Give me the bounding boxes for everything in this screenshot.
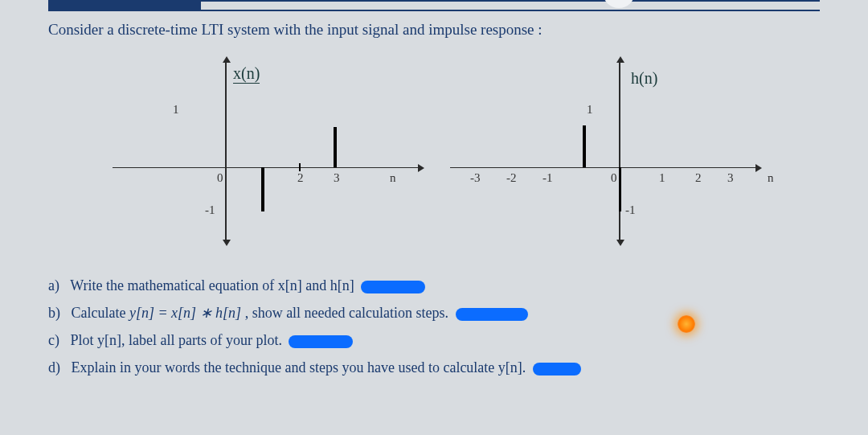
x-tick-1: 1 bbox=[659, 171, 665, 185]
redaction-mark bbox=[361, 281, 425, 293]
x-tick-2: 2 bbox=[695, 171, 702, 185]
q-prefix: d) bbox=[48, 359, 60, 375]
redaction-mark bbox=[456, 308, 528, 321]
graph-h: h(n) 1 -1 -3 -2 -1 0 1 2 3 n bbox=[450, 63, 755, 240]
q-prefix: c) bbox=[48, 332, 59, 348]
q-text: Write the mathematical equation of x[n] … bbox=[70, 277, 354, 293]
x-axis bbox=[450, 167, 755, 168]
x-axis bbox=[113, 167, 418, 168]
stem-hminus1 bbox=[583, 125, 586, 167]
question-d: d) Explain in your words the technique a… bbox=[48, 354, 820, 381]
q-text: Plot y[n], label all parts of your plot. bbox=[70, 332, 281, 348]
header-rule bbox=[48, 0, 820, 11]
y-tick-1: 1 bbox=[173, 103, 179, 117]
x-tick-0: 0 bbox=[217, 171, 223, 185]
x-tick-m3: -3 bbox=[470, 171, 481, 185]
header-tab-blob bbox=[48, 0, 201, 11]
x-tick-2: 2 bbox=[297, 171, 304, 185]
question-list: a) Write the mathematical equation of x[… bbox=[48, 272, 820, 381]
x-tick-m1: -1 bbox=[542, 171, 553, 185]
problem-prompt: Consider a discrete-time LTI system with… bbox=[48, 21, 820, 39]
y-axis bbox=[225, 63, 227, 240]
question-c: c) Plot y[n], label all parts of your pl… bbox=[48, 326, 820, 354]
q-eq: y[n] = x[n] ∗ h[n] bbox=[129, 305, 241, 321]
x-tick-3: 3 bbox=[334, 171, 340, 185]
q-prefix: b) bbox=[48, 305, 60, 321]
stem-h0 bbox=[619, 167, 621, 211]
graph-x: x(n) 1 -1 0 2 3 n bbox=[113, 63, 418, 240]
y-tick-neg1: -1 bbox=[205, 203, 215, 217]
graph-area: x(n) 1 -1 0 2 3 n h(n) 1 -1 -3 -2 -1 0 1… bbox=[48, 55, 820, 264]
question-a: a) Write the mathematical equation of x[… bbox=[48, 272, 820, 299]
redaction-mark bbox=[289, 335, 353, 348]
y-axis bbox=[619, 63, 620, 240]
stem-x1 bbox=[261, 167, 264, 211]
x-tick-0: 0 bbox=[611, 171, 617, 185]
x-tick-3: 3 bbox=[727, 171, 734, 185]
question-b: b) Calculate y[n] = x[n] ∗ h[n] , show a… bbox=[48, 299, 820, 326]
q-text: Explain in your words the technique and … bbox=[72, 359, 526, 375]
x-tick-n: n bbox=[390, 171, 396, 185]
tick-mark-2 bbox=[299, 163, 301, 171]
graph-x-label: x(n) bbox=[233, 64, 260, 84]
stem-x3 bbox=[334, 127, 337, 167]
x-tick-m2: -2 bbox=[506, 171, 517, 185]
q-text2: , show all needed calculation steps. bbox=[241, 305, 448, 321]
q-text: Calculate bbox=[72, 305, 129, 321]
y-tick-1: 1 bbox=[587, 103, 593, 117]
x-tick-n: n bbox=[768, 171, 774, 185]
q-prefix: a) bbox=[48, 277, 59, 293]
graph-h-label: h(n) bbox=[631, 69, 657, 88]
redaction-mark bbox=[533, 363, 581, 375]
y-tick-neg1: -1 bbox=[625, 203, 636, 217]
